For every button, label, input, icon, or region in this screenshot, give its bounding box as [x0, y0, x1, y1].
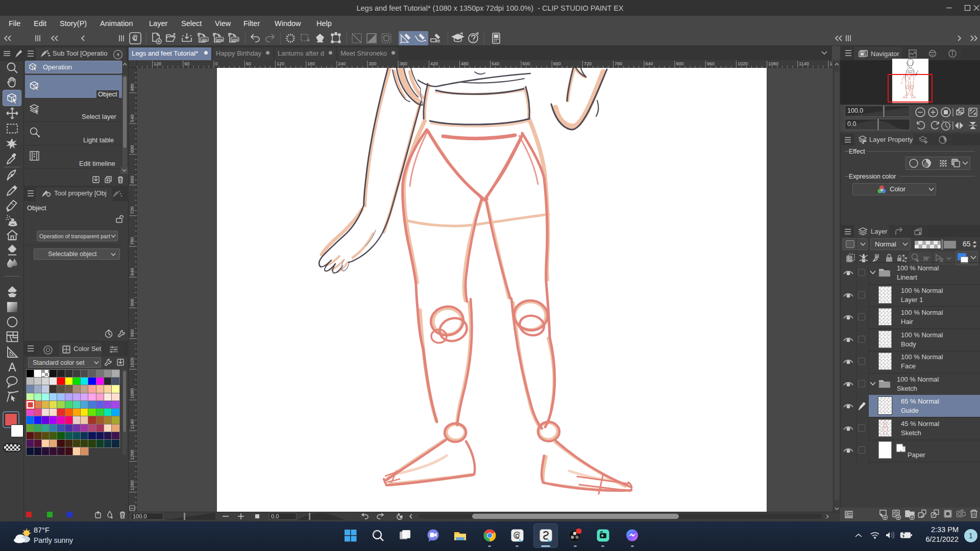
svg-text:840: 840	[645, 61, 653, 66]
svg-text:540: 540	[130, 114, 135, 122]
svg-text:120: 120	[277, 61, 284, 66]
svg-text:1080: 1080	[130, 388, 135, 398]
svg-text:660: 660	[130, 176, 135, 184]
svg-text:600: 600	[523, 61, 530, 66]
svg-text:1020: 1020	[130, 358, 135, 368]
svg-text:60: 60	[246, 61, 251, 66]
svg-text:1140: 1140	[130, 419, 135, 429]
svg-text:540: 540	[492, 61, 499, 66]
svg-text:0: 0	[215, 61, 218, 66]
svg-text:A: A	[8, 361, 16, 374]
svg-text:jpg: jpg	[202, 38, 207, 42]
svg-text:300: 300	[369, 61, 377, 66]
svg-text:png: png	[217, 38, 223, 42]
svg-text:660: 660	[553, 61, 561, 66]
svg-text:480: 480	[461, 61, 469, 66]
svg-text:1200: 1200	[130, 449, 135, 460]
svg-text:1260: 1260	[130, 481, 135, 491]
svg-text:840: 840	[130, 268, 135, 276]
svg-text:120: 120	[154, 61, 161, 66]
svg-text:240: 240	[338, 61, 346, 66]
svg-text:780: 780	[615, 61, 622, 66]
svg-text:600: 600	[130, 145, 135, 153]
svg-text:720: 720	[584, 61, 592, 66]
svg-text:960: 960	[130, 330, 135, 337]
svg-text:1080: 1080	[768, 61, 778, 66]
svg-text:180: 180	[307, 61, 315, 66]
svg-text:360: 360	[400, 61, 407, 66]
svg-text:780: 780	[130, 237, 135, 245]
svg-text:720: 720	[130, 207, 135, 214]
svg-text:1200: 1200	[830, 61, 832, 66]
svg-text:psd: psd	[232, 38, 238, 42]
svg-text:60: 60	[184, 61, 189, 66]
svg-text:1140: 1140	[799, 61, 808, 66]
svg-text:960: 960	[707, 61, 715, 66]
svg-text:420: 420	[430, 61, 438, 66]
svg-text:900: 900	[130, 298, 135, 306]
svg-text:1020: 1020	[738, 61, 748, 66]
svg-text:900: 900	[676, 61, 684, 66]
svg-text:480: 480	[130, 84, 135, 91]
